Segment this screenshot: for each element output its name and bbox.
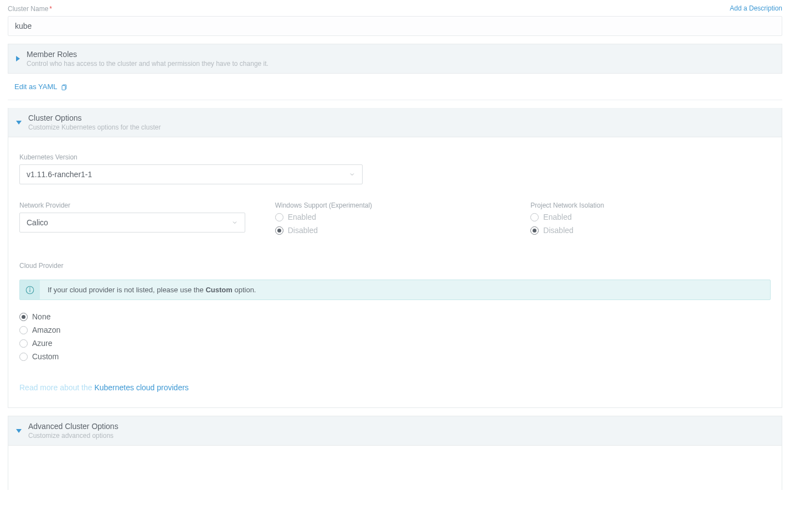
edit-as-yaml-link[interactable]: Edit as YAML — [14, 82, 68, 91]
network-provider-value: Calico — [27, 218, 48, 227]
advanced-options-subtitle: Customize advanced options — [28, 432, 118, 440]
radio-icon — [275, 226, 283, 235]
isolation-label: Project Network Isolation — [530, 202, 604, 209]
radio-icon — [275, 213, 283, 221]
clipboard-icon — [61, 83, 68, 91]
cluster-name-label: Cluster Name* — [8, 5, 52, 13]
read-more-text: Read more about the Kubernetes cloud pro… — [19, 383, 771, 392]
cloud-info-banner: If your cloud provider is not listed, pl… — [19, 280, 771, 300]
k8s-version-label: Kubernetes Version — [19, 153, 78, 161]
caret-down-icon — [16, 121, 22, 125]
radio-icon — [530, 213, 539, 221]
cloud-provider-label: Cloud Provider — [19, 262, 63, 270]
caret-right-icon — [16, 56, 20, 61]
divider — [8, 100, 782, 100]
radio-icon — [530, 226, 539, 235]
isolation-disabled-radio[interactable]: Disabled — [530, 226, 771, 235]
advanced-options-panel-header[interactable]: Advanced Cluster Options Customize advan… — [8, 416, 782, 446]
radio-icon — [19, 339, 28, 348]
windows-disabled-radio[interactable]: Disabled — [275, 226, 515, 235]
svg-rect-1 — [62, 85, 65, 90]
info-icon — [25, 285, 35, 295]
cluster-options-subtitle: Customize Kubernetes options for the clu… — [28, 123, 161, 131]
svg-point-4 — [30, 287, 30, 288]
radio-icon — [19, 353, 28, 361]
windows-enabled-radio[interactable]: Enabled — [275, 213, 515, 221]
cloud-amazon-radio[interactable]: Amazon — [19, 326, 771, 334]
network-provider-select[interactable]: Calico — [19, 213, 245, 233]
chevron-down-icon — [349, 171, 355, 178]
cloud-custom-radio[interactable]: Custom — [19, 352, 771, 361]
isolation-enabled-radio[interactable]: Enabled — [530, 213, 771, 221]
cluster-options-panel-header[interactable]: Cluster Options Customize Kubernetes opt… — [8, 108, 782, 137]
radio-icon — [19, 326, 28, 334]
cloud-none-radio[interactable]: None — [19, 312, 771, 321]
advanced-options-body — [8, 446, 782, 490]
chevron-down-icon — [231, 219, 238, 226]
network-provider-label: Network Provider — [19, 202, 70, 209]
cloud-azure-radio[interactable]: Azure — [19, 339, 771, 348]
windows-support-label: Windows Support (Experimental) — [275, 202, 372, 209]
cluster-options-body: Kubernetes Version v1.11.6-rancher1-1 Ne… — [8, 137, 782, 408]
k8s-version-select[interactable]: v1.11.6-rancher1-1 — [19, 164, 363, 184]
k8s-cloud-providers-link[interactable]: Kubernetes cloud providers — [94, 383, 188, 392]
add-description-link[interactable]: Add a Description — [730, 4, 782, 12]
advanced-options-title: Advanced Cluster Options — [28, 422, 118, 431]
k8s-version-value: v1.11.6-rancher1-1 — [27, 170, 92, 179]
cluster-name-input[interactable] — [8, 16, 782, 36]
cluster-options-title: Cluster Options — [28, 113, 161, 122]
member-roles-subtitle: Control who has access to the cluster an… — [27, 60, 269, 68]
member-roles-panel-header[interactable]: Member Roles Control who has access to t… — [8, 44, 782, 74]
caret-down-icon — [16, 429, 22, 433]
radio-icon — [19, 313, 28, 321]
member-roles-title: Member Roles — [27, 50, 269, 59]
